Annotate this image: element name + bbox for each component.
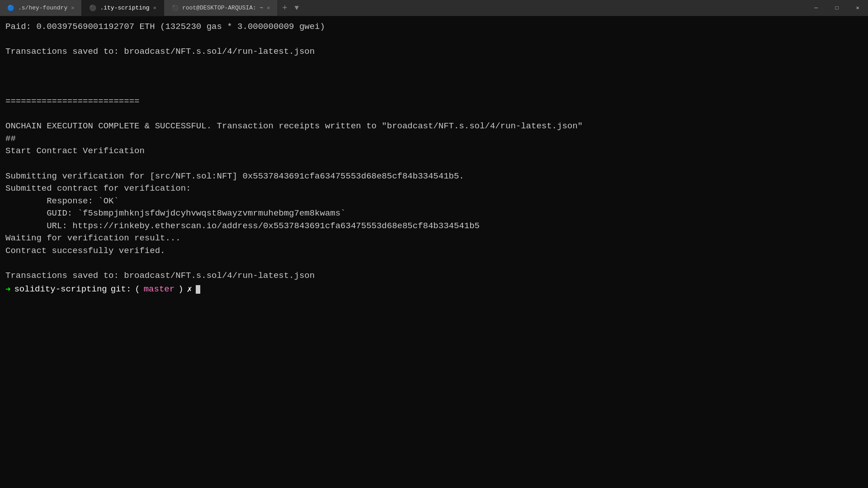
prompt-directory: solidity-scripting: [14, 284, 107, 294]
tab-scripting[interactable]: ⚫ .ity-scripting ✕: [82, 0, 164, 16]
tab-foundry[interactable]: 🔵 .s/hey-foundry ✕: [0, 0, 82, 16]
maximize-button[interactable]: □: [826, 0, 847, 16]
tab-scripting-icon: ⚫: [89, 5, 96, 12]
prompt-branch-name: master: [144, 284, 175, 294]
tab-root-close[interactable]: ✕: [267, 5, 270, 11]
tab-dropdown-arrow[interactable]: ▼: [292, 0, 302, 16]
new-tab-button[interactable]: +: [278, 0, 292, 16]
tab-scripting-label: .ity-scripting: [100, 5, 149, 11]
window-controls: — □ ✕: [806, 0, 868, 16]
terminal-prompt: ➜ solidity-scripting git: ( master ) ✗: [5, 284, 863, 295]
tab-foundry-icon: 🔵: [7, 5, 14, 12]
prompt-arrow-icon: ➜: [5, 284, 10, 295]
titlebar: 🔵 .s/hey-foundry ✕ ⚫ .ity-scripting ✕ ⚫ …: [0, 0, 868, 16]
prompt-branch-open: (: [135, 284, 140, 294]
minimize-button[interactable]: —: [806, 0, 826, 16]
prompt-branch-close: ): [178, 284, 183, 294]
prompt-git-label: git:: [111, 284, 132, 294]
terminal-area[interactable]: Paid: 0.003975690011927​07 ETH (1325230 …: [0, 16, 868, 488]
terminal-cursor: [196, 285, 200, 294]
tab-root-label: root@DESKTOP-ARQUSIA: ~: [182, 5, 263, 11]
close-button[interactable]: ✕: [847, 0, 868, 16]
tab-foundry-label: .s/hey-foundry: [18, 5, 67, 11]
tab-scripting-close[interactable]: ✕: [153, 5, 156, 11]
tab-root-icon: ⚫: [171, 5, 179, 12]
prompt-end-symbol: ✗: [187, 284, 192, 295]
tab-foundry-close[interactable]: ✕: [71, 5, 74, 11]
tab-root[interactable]: ⚫ root@DESKTOP-ARQUSIA: ~ ✕: [164, 0, 278, 16]
terminal-output: Paid: 0.003975690011927​07 ETH (1325230 …: [5, 21, 863, 282]
